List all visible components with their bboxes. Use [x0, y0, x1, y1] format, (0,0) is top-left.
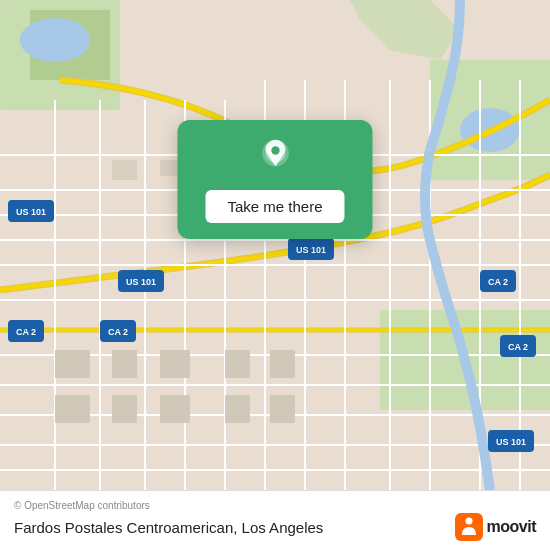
popup-card: Take me there	[177, 120, 372, 239]
svg-rect-55	[225, 350, 250, 378]
svg-rect-57	[225, 395, 250, 423]
moovit-text: moovit	[487, 518, 536, 536]
svg-text:US 101: US 101	[16, 207, 46, 217]
svg-point-3	[20, 18, 90, 62]
map-svg: US 101 US 101 US 101 CA 2 CA 2 CA 2 CA 2…	[0, 0, 550, 490]
bottom-bar: © OpenStreetMap contributors Fardos Post…	[0, 490, 550, 550]
svg-rect-51	[160, 350, 190, 378]
svg-rect-47	[112, 160, 137, 180]
location-name: Fardos Postales Centroamerican, Los Ange…	[14, 519, 323, 536]
svg-text:CA 2: CA 2	[488, 277, 508, 287]
svg-rect-56	[270, 350, 295, 378]
svg-text:US 101: US 101	[126, 277, 156, 287]
svg-rect-58	[270, 395, 295, 423]
svg-rect-53	[112, 395, 137, 423]
take-me-there-button[interactable]: Take me there	[205, 190, 344, 223]
moovit-logo: moovit	[455, 513, 536, 541]
svg-rect-48	[160, 160, 178, 176]
location-pin-icon	[255, 138, 295, 178]
copyright-text: © OpenStreetMap contributors	[14, 500, 536, 511]
svg-rect-49	[55, 350, 90, 378]
svg-text:CA 2: CA 2	[508, 342, 528, 352]
svg-text:CA 2: CA 2	[16, 327, 36, 337]
moovit-icon	[455, 513, 483, 541]
svg-point-62	[271, 146, 279, 154]
location-row: Fardos Postales Centroamerican, Los Ange…	[14, 513, 536, 541]
svg-text:US 101: US 101	[496, 437, 526, 447]
svg-rect-54	[160, 395, 190, 423]
svg-rect-50	[112, 350, 137, 378]
svg-point-64	[465, 518, 472, 525]
svg-text:CA 2: CA 2	[108, 327, 128, 337]
svg-rect-52	[55, 395, 90, 423]
map-view[interactable]: US 101 US 101 US 101 CA 2 CA 2 CA 2 CA 2…	[0, 0, 550, 490]
svg-text:US 101: US 101	[296, 245, 326, 255]
